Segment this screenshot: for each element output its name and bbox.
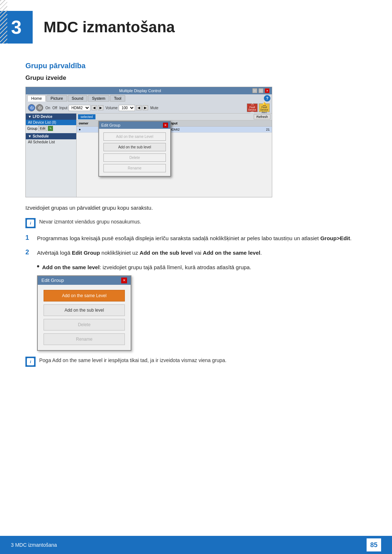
off-label: Off: [52, 106, 57, 110]
col-num: [260, 121, 270, 126]
mdc-window-title: Multiple Display Control: [28, 89, 252, 93]
tab-system[interactable]: System: [88, 95, 109, 102]
input-label: Input: [60, 106, 68, 110]
volume-group: Volume 100 ◀ ▶: [106, 105, 148, 111]
mdc-screenshot: Multiple Display Control ─ □ ✕ Home Pict…: [25, 87, 272, 197]
bullet-rest: : izveidojiet grupu tajā pašā līmenī, ku…: [99, 264, 251, 270]
input-group: Input HDMI2 ◀ ▶: [60, 105, 103, 111]
note-text-1: Nevar izmantot vienādus grupu nosaukumus…: [39, 218, 141, 226]
bullet-text-1: Add on the same level: izveidojiet grupu…: [42, 263, 251, 272]
page-number: 85: [367, 538, 381, 551]
dialog-add-sub-level-button[interactable]: Add on the sub level: [44, 304, 125, 316]
edit-group-close-button[interactable]: ✕: [163, 123, 168, 128]
mdc-main-area: ▼ LFD Device All Device List (8) Group E…: [26, 114, 272, 197]
dialog-screenshot: Edit Group ✕ Add on the same Level Add o…: [37, 275, 367, 351]
add-sub-level-button-inner[interactable]: Add on the sub level: [103, 143, 166, 151]
row-num: 21: [260, 127, 270, 132]
stripe-decoration: [0, 0, 7, 44]
minimize-button[interactable]: ─: [252, 88, 257, 93]
mdc-content-area: selected Refresh owner Input ● HDMI2 21 …: [77, 114, 272, 197]
edit-group-body: Add on the same Level Add on the sub lev…: [99, 129, 170, 176]
section-title: Grupu pārvaldība: [25, 62, 367, 70]
input-select[interactable]: HDMI2: [69, 105, 90, 111]
row-input: HDMI2: [169, 127, 260, 132]
lfd-section-label: LFD Device: [33, 115, 52, 119]
all-device-list-item[interactable]: All Device List (8): [26, 120, 76, 125]
group-label: Group: [27, 127, 37, 131]
mdc-window-controls: ─ □ ✕: [252, 88, 270, 93]
refresh-button[interactable]: Refresh: [254, 114, 270, 119]
dialog-delete-button[interactable]: Delete: [44, 319, 125, 331]
dialog-2-title: Edit Group: [41, 278, 64, 283]
note-box-2: i Poga Add on the same level ir iespējot…: [25, 357, 367, 367]
power-off-button[interactable]: ⏻: [36, 104, 43, 111]
on-label: On: [45, 106, 50, 110]
edit-group-title: Edit Group: [101, 123, 121, 127]
maximize-button[interactable]: □: [258, 88, 264, 93]
delete-button-inner[interactable]: Delete: [103, 153, 166, 162]
fault-device-1-icon[interactable]: ⚠ Fault Device (3): [247, 103, 258, 112]
fault-device-icons: ⚠ Fault Device (3) 🔔 Fault Device Alert: [247, 103, 270, 112]
dialog-2-body: Add on the same Level Add on the sub lev…: [38, 285, 131, 350]
pencil-icon[interactable]: ✎: [48, 126, 53, 131]
subsection-title: Grupu izveide: [25, 74, 367, 82]
bullet-strong: Add on the same level: [42, 264, 99, 270]
mdc-titlebar: Multiple Display Control ─ □ ✕: [26, 87, 272, 94]
input-next-button[interactable]: ▶: [98, 105, 103, 110]
note-icon-2: i: [25, 357, 36, 367]
step-2-number: 2: [25, 249, 33, 256]
dialog-add-same-level-button[interactable]: Add on the same Level: [44, 290, 125, 301]
tab-home[interactable]: Home: [27, 95, 46, 102]
select-all-button[interactable]: selected: [78, 114, 95, 119]
dialog-2-close-button[interactable]: ✕: [121, 278, 127, 283]
dialog-rename-button[interactable]: Rename: [44, 333, 125, 345]
chapter-number: 3: [11, 16, 22, 38]
col-input: Input: [169, 121, 260, 126]
tab-tool[interactable]: Tool: [110, 95, 125, 102]
rename-button-inner[interactable]: Rename: [103, 164, 166, 172]
note-icon-1: i: [25, 218, 36, 228]
help-button[interactable]: ?: [264, 95, 270, 102]
all-schedule-list-item[interactable]: All Schedule List: [26, 139, 76, 145]
step-1-number: 1: [25, 234, 33, 242]
schedule-section-label: Schedule: [33, 134, 49, 138]
bullet-dot: [37, 265, 39, 267]
input-prev-button[interactable]: ◀: [91, 105, 97, 110]
chapter-title: MDC izmantošana: [44, 19, 175, 36]
group-edit-row: Group Edit ✎: [26, 125, 76, 132]
dialog-box-2: Edit Group ✕ Add on the same Level Add o…: [37, 275, 131, 351]
edit-group-titlebar: Edit Group ✕: [99, 122, 170, 129]
volume-prev-button[interactable]: ◀: [136, 105, 142, 110]
close-button[interactable]: ✕: [265, 88, 270, 93]
note-icon-inner-1: i: [27, 219, 34, 227]
fault-device-1-label: Fault Device (3): [247, 106, 257, 114]
tab-sound[interactable]: Sound: [68, 95, 87, 102]
note-icon-inner-2: i: [27, 358, 34, 365]
content-area: Grupu pārvaldība Grupu izveide Multiple …: [0, 58, 392, 402]
volume-label: Volume: [106, 106, 118, 110]
mute-label: Mute: [150, 106, 158, 110]
step-1: 1 Programmas loga kreisajā pusē esošajā …: [25, 234, 367, 243]
dialog-2-titlebar: Edit Group ✕: [38, 276, 131, 285]
schedule-section-header: ▼ Schedule: [26, 133, 76, 139]
tab-picture[interactable]: Picture: [46, 95, 67, 102]
chapter-header: 3 MDC izmantošana: [0, 0, 392, 51]
add-same-level-button-inner[interactable]: Add on the same Level: [103, 132, 166, 141]
note-box-1: i Nevar izmantot vienādus grupu nosaukum…: [25, 218, 367, 228]
description-text: Izveidojiet grupas un pārvaldiet grupu k…: [25, 204, 367, 212]
volume-select[interactable]: 100: [119, 105, 135, 111]
bullet-item-1: Add on the same level: izveidojiet grupu…: [37, 263, 367, 272]
edit-group-dialog: Edit Group ✕ Add on the same Level Add o…: [98, 121, 171, 177]
mdc-toolbar: ⏻ ⏻ On Off Input HDMI2 ◀ ▶ Volume 100 ◀ …: [26, 102, 272, 114]
step-1-text: Programmas loga kreisajā pusē esošajā di…: [37, 234, 352, 243]
note-text-2: Poga Add on the same level ir iespējota …: [39, 357, 226, 364]
mdc-menubar: Home Picture Sound System Tool ?: [26, 94, 272, 102]
mute-group: Mute: [150, 106, 158, 110]
fault-device-2-icon[interactable]: 🔔 Fault Device Alert: [259, 103, 270, 112]
step-2: 2 Atvērtajā logā Edit Group noklikšķinie…: [25, 249, 367, 257]
page-footer: 3 MDC izmantošana 85: [0, 536, 392, 554]
lfd-section-header: ▼ LFD Device: [26, 114, 76, 120]
edit-button[interactable]: Edit: [38, 126, 48, 131]
power-on-button[interactable]: ⏻: [28, 104, 35, 111]
volume-next-button[interactable]: ▶: [143, 105, 148, 110]
